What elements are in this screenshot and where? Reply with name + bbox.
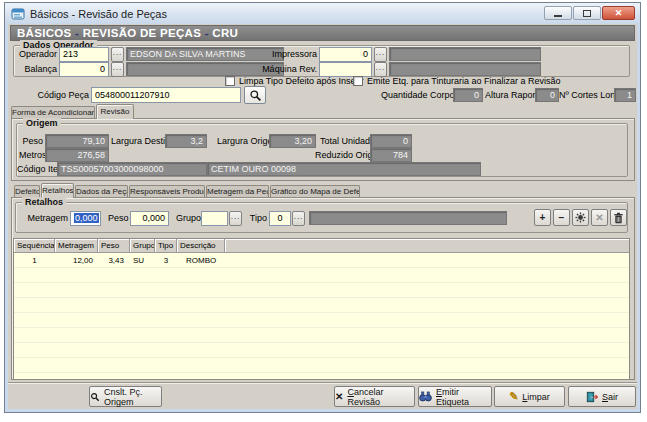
delete-retalho-button[interactable] <box>610 209 627 226</box>
maquina-rev-browse-button[interactable]: ... <box>374 62 387 77</box>
metros-field: 276,58 <box>45 148 109 162</box>
minus-icon: − <box>559 212 565 223</box>
operador-browse-button[interactable]: ... <box>111 47 124 62</box>
cortes-long-field: 1 <box>614 88 636 102</box>
altura-raport-label: Altura Raport <box>485 90 533 100</box>
form-title-part: REVISÃO DE PEÇAS <box>83 27 202 39</box>
balanca-input[interactable]: 0 <box>59 62 109 77</box>
retalho-tipo-input[interactable]: 0 <box>269 211 291 226</box>
form-title-separator: - <box>201 27 212 39</box>
largura-origem-label: Largura Origem <box>217 136 267 146</box>
quantidade-corpos-label: Quantidade Corpos <box>381 90 451 100</box>
cortes-long-label: Nº Cortes Long. <box>559 90 611 100</box>
impressora-browse-button[interactable]: ... <box>374 47 387 62</box>
operador-label: Operador <box>19 49 57 59</box>
retalho-metragem-label: Metragem <box>23 213 68 223</box>
maquina-rev-name-field <box>389 62 541 76</box>
gear-icon <box>575 212 586 223</box>
retalho-metragem-input[interactable]: 0,000 <box>70 211 101 226</box>
cell-metragem: 12,00 <box>55 256 98 265</box>
remove-retalho-button[interactable]: − <box>553 209 570 226</box>
grid-col-descricao: Descrição <box>177 239 225 253</box>
emite-etq-checkbox[interactable] <box>353 76 363 86</box>
selected-text: 0,000 <box>74 213 99 223</box>
maquina-rev-input[interactable] <box>319 62 372 77</box>
cell-descricao: ROMBO <box>177 256 225 265</box>
groupbox-title: Origem <box>23 118 61 128</box>
minimize-button[interactable] <box>544 6 572 20</box>
add-retalho-button[interactable]: + <box>534 209 551 226</box>
codigo-item-field: TSS00057003000098000 <box>57 162 207 176</box>
close-button[interactable]: ✕ <box>602 6 635 20</box>
emitir-etiqueta-label: Emitir Etiqueta <box>436 387 491 407</box>
limpar-label: Limpar <box>522 392 550 402</box>
retalho-grupo-browse-button[interactable]: ... <box>229 211 242 226</box>
titlebar: Básicos - Revisão de Peças ✕ <box>5 3 640 24</box>
reduzido-origem-label: Reduzido Origem <box>315 150 367 160</box>
form-title-part: CRU <box>212 27 238 39</box>
grid-col-sequencia: Sequência <box>14 239 55 253</box>
retalho-tipo-browse-button[interactable]: ... <box>292 211 305 226</box>
binoculars-icon <box>419 391 432 402</box>
search-icon <box>249 89 262 102</box>
post-retalho-button[interactable] <box>572 209 589 226</box>
codigo-peca-label: Código Peça <box>29 90 89 100</box>
codigo-peca-input[interactable]: 054800011207910 <box>91 87 241 103</box>
consult-origem-button[interactable]: Cnslt. Pç. Origem <box>89 386 162 407</box>
form-client-area: BÁSICOS - REVISÃO DE PEÇAS - CRU Dados O… <box>8 24 637 409</box>
pencil-icon: ✎ <box>509 390 518 403</box>
retalho-peso-input[interactable]: 0,000 <box>130 211 169 226</box>
sair-button[interactable]: Sair <box>568 386 636 407</box>
exit-door-icon <box>586 391 598 403</box>
consult-origem-label: Cnslt. Pç. Origem <box>104 387 161 407</box>
codigo-peca-search-button[interactable] <box>244 86 266 104</box>
x-icon: ✕ <box>595 212 603 223</box>
grid-col-filler <box>225 239 629 253</box>
emite-etq-checkbox-row: Emite Etq. para Tinturaria ao Finalizar … <box>353 76 561 86</box>
form-title-part: BÁSICOS <box>17 27 72 39</box>
table-row[interactable]: 1 12,00 3,43 SU 3 ROMBO <box>14 253 629 268</box>
impressora-input[interactable]: 0 <box>319 47 372 62</box>
cancel-retalho-button[interactable]: ✕ <box>591 209 608 226</box>
total-unidades-label: Total Unidades <box>320 136 367 146</box>
cell-grupo: SU <box>130 256 155 265</box>
cancel-revisao-label: Cancelar Revisão <box>347 387 414 407</box>
peso-field: 79,10 <box>45 134 109 148</box>
app-icon <box>11 7 25 21</box>
quantidade-corpos-field: 0 <box>453 88 483 102</box>
cell-tipo: 3 <box>155 256 177 265</box>
limpar-button[interactable]: ✎ Limpar <box>494 386 565 407</box>
emitir-etiqueta-button[interactable]: Emitir Etiqueta <box>418 386 492 407</box>
limpa-tipo-defeito-checkbox[interactable] <box>225 76 235 86</box>
reduzido-origem-field: 784 <box>370 148 412 162</box>
grid-col-metragem: Metragem <box>55 239 98 253</box>
groupbox-origem: Origem Peso 79,10 Largura Destino 3,2 La… <box>16 123 628 177</box>
emite-etq-label: Emite Etq. para Tinturaria ao Finalizar … <box>367 76 561 86</box>
retalho-grupo-input[interactable] <box>201 211 228 226</box>
tab-retalhos[interactable]: Retalhos <box>41 183 74 198</box>
operador-input[interactable]: 213 <box>59 47 109 62</box>
total-unidades-field: 0 <box>370 134 412 148</box>
maximize-button[interactable] <box>573 6 601 20</box>
tab-revisao[interactable]: Revisão <box>96 104 134 119</box>
codigo-item-desc-field: CETIM OURO 00098 <box>207 162 481 176</box>
retalhos-grid: Sequência Metragem Peso Grupo Tipo Descr… <box>13 238 630 380</box>
search-icon <box>90 392 100 402</box>
screen: Básicos - Revisão de Peças ✕ BÁSICOS - R… <box>0 0 647 422</box>
window-title: Básicos - Revisão de Peças <box>30 8 167 20</box>
largura-destino-field: 3,2 <box>165 134 207 148</box>
impressora-name-field <box>389 47 541 61</box>
largura-origem-field: 3,20 <box>269 134 316 148</box>
trash-icon <box>613 212 624 224</box>
groupbox-dados-operador: Dados Operador Operador 213 ... EDSON DA… <box>13 45 630 77</box>
impressora-label: Impressora <box>261 49 317 59</box>
app-window: Básicos - Revisão de Peças ✕ BÁSICOS - R… <box>4 2 641 413</box>
maximize-icon <box>583 10 591 17</box>
form-header-bar: BÁSICOS - REVISÃO DE PEÇAS - CRU <box>10 25 635 41</box>
grid-body[interactable]: 1 12,00 3,43 SU 3 ROMBO <box>14 253 629 379</box>
retalho-peso-label: Peso <box>108 213 128 223</box>
cancel-revisao-button[interactable]: ✕ Cancelar Revisão <box>334 386 415 407</box>
footer-bar: Cnslt. Pç. Origem ✕ Cancelar Revisão <box>8 382 637 409</box>
retalho-grupo-label: Grupo <box>176 213 199 223</box>
balanca-browse-button[interactable]: ... <box>111 62 124 77</box>
